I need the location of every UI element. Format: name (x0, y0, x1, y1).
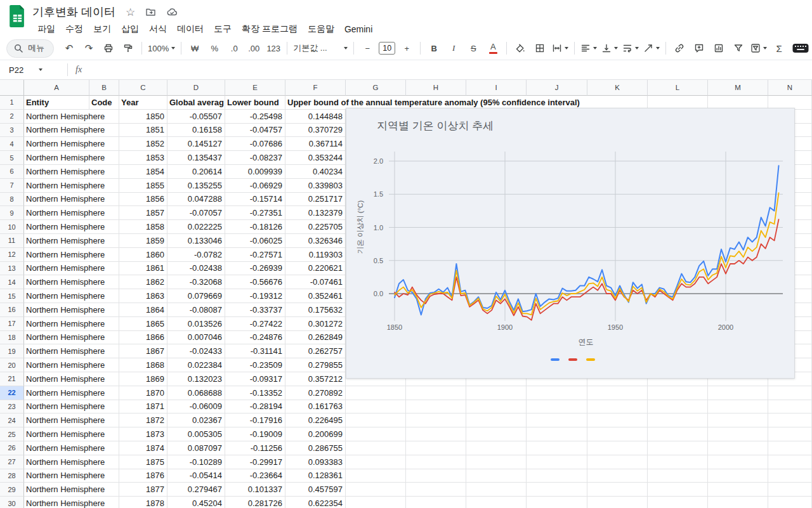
cell-E8[interactable]: -0.15714 (225, 193, 285, 207)
cell-K29[interactable] (587, 483, 648, 497)
cell-G29[interactable] (346, 483, 406, 497)
font-size-increase-button[interactable]: + (397, 40, 416, 56)
cell-D2[interactable]: -0.05507 (167, 110, 225, 124)
insert-comment-button[interactable] (690, 40, 709, 56)
cell-H28[interactable] (406, 469, 466, 483)
cell-E14[interactable]: -0.56676 (225, 275, 285, 289)
cell-F27[interactable]: 0.093383 (285, 455, 346, 469)
cell-F24[interactable]: 0.226495 (285, 414, 346, 427)
cell-J30[interactable] (527, 497, 587, 508)
row-header-18[interactable]: 18 (0, 331, 24, 345)
row-header-2[interactable]: 2 (0, 110, 24, 124)
cell-M25[interactable] (708, 427, 768, 441)
col-header-D[interactable]: D (167, 80, 225, 96)
cell-K22[interactable] (587, 386, 648, 400)
cell-A23[interactable]: Northern Hemisphere (24, 400, 89, 414)
cell-N28[interactable] (768, 469, 812, 483)
cell-C21[interactable]: 1869 (119, 372, 167, 386)
cell-K28[interactable] (587, 469, 648, 483)
col-header-A[interactable]: A (24, 80, 89, 96)
cell-E15[interactable]: -0.19312 (225, 289, 285, 303)
cell-E27[interactable]: -0.29917 (225, 455, 285, 469)
cell-H24[interactable] (406, 414, 466, 427)
cell-C15[interactable]: 1863 (119, 289, 167, 303)
cell-J22[interactable] (527, 386, 587, 400)
cell-C25[interactable]: 1873 (119, 427, 167, 441)
cell-F22[interactable]: 0.270892 (285, 386, 346, 400)
cell-N30[interactable] (768, 497, 812, 508)
col-header-F[interactable]: F (285, 80, 346, 96)
cell-E23[interactable]: -0.28194 (225, 400, 285, 414)
cell-H26[interactable] (406, 441, 466, 455)
insert-chart-button[interactable] (709, 40, 728, 56)
cell-F1[interactable]: Upper bound of the annual temperature an… (285, 96, 346, 110)
row-header-5[interactable]: 5 (0, 151, 24, 165)
cell-A6[interactable]: Northern Hemisphere (24, 165, 89, 179)
cell-E24[interactable]: -0.17916 (225, 414, 285, 427)
cell-D24[interactable]: 0.02367 (167, 414, 225, 427)
bold-button[interactable]: B (424, 40, 443, 56)
cell-H30[interactable] (406, 497, 466, 508)
cell-F15[interactable]: 0.352461 (285, 289, 346, 303)
toolbar-search[interactable]: 메뉴 (6, 39, 54, 58)
cell-D6[interactable]: 0.20614 (167, 165, 225, 179)
cell-E28[interactable]: -0.23664 (225, 469, 285, 483)
cell-D22[interactable]: 0.068688 (167, 386, 225, 400)
menu-item-7[interactable]: 확장 프로그램 (237, 22, 303, 36)
cell-C13[interactable]: 1861 (119, 262, 167, 276)
cell-M23[interactable] (708, 400, 768, 414)
cell-F30[interactable]: 0.622354 (285, 497, 346, 508)
italic-button[interactable]: I (444, 40, 463, 56)
cell-G22[interactable] (346, 386, 406, 400)
cell-A19[interactable]: Northern Hemisphere (24, 344, 89, 358)
cell-M26[interactable] (708, 441, 768, 455)
row-header-26[interactable]: 26 (0, 441, 24, 455)
cell-J28[interactable] (527, 469, 587, 483)
cell-D13[interactable]: -0.02438 (167, 262, 225, 276)
cell-N25[interactable] (768, 427, 812, 441)
cell-E4[interactable]: -0.07686 (225, 137, 285, 151)
cell-L26[interactable] (648, 441, 708, 455)
cell-A27[interactable]: Northern Hemisphere (24, 455, 89, 469)
filter-button[interactable] (729, 40, 748, 56)
cell-A11[interactable]: Northern Hemisphere (24, 234, 89, 248)
borders-button[interactable] (530, 40, 549, 56)
cell-J26[interactable] (527, 441, 587, 455)
cell-F6[interactable]: 0.40234 (285, 165, 346, 179)
cell-C5[interactable]: 1853 (119, 151, 167, 165)
row-header-15[interactable]: 15 (0, 289, 24, 303)
cell-A7[interactable]: Northern Hemisphere (24, 179, 89, 193)
col-header-M[interactable]: M (708, 80, 768, 96)
cell-G25[interactable] (346, 427, 406, 441)
cell-C30[interactable]: 1878 (119, 497, 167, 508)
cell-L23[interactable] (648, 400, 708, 414)
cell-D4[interactable]: 0.145127 (167, 137, 225, 151)
cell-F13[interactable]: 0.220621 (285, 262, 346, 276)
cell-E21[interactable]: -0.09317 (225, 372, 285, 386)
cell-F5[interactable]: 0.353244 (285, 151, 346, 165)
cell-C12[interactable]: 1860 (119, 248, 167, 262)
cell-A9[interactable]: Northern Hemisphere (24, 206, 89, 220)
cell-E10[interactable]: -0.18126 (225, 220, 285, 234)
cell-I27[interactable] (466, 455, 527, 469)
cell-A20[interactable]: Northern Hemisphere (24, 358, 89, 372)
cell-E2[interactable]: -0.25498 (225, 110, 285, 124)
row-header-11[interactable]: 11 (0, 234, 24, 248)
horizontal-align-button[interactable] (579, 40, 599, 56)
text-color-button[interactable]: A (483, 40, 502, 56)
cell-K25[interactable] (587, 427, 648, 441)
cell-D15[interactable]: 0.079669 (167, 289, 225, 303)
menu-item-3[interactable]: 삽입 (116, 22, 144, 36)
cell-H27[interactable] (406, 455, 466, 469)
cell-I23[interactable] (466, 400, 527, 414)
cell-G28[interactable] (346, 469, 406, 483)
decrease-decimal-button[interactable]: .0 (225, 40, 244, 56)
cell-D20[interactable]: 0.022384 (167, 358, 225, 372)
cell-L22[interactable] (648, 386, 708, 400)
cell-C22[interactable]: 1870 (119, 386, 167, 400)
cell-F2[interactable]: 0.144848 (285, 110, 346, 124)
row-header-7[interactable]: 7 (0, 179, 24, 193)
cell-I26[interactable] (466, 441, 527, 455)
cell-H25[interactable] (406, 427, 466, 441)
cell-C24[interactable]: 1872 (119, 414, 167, 427)
